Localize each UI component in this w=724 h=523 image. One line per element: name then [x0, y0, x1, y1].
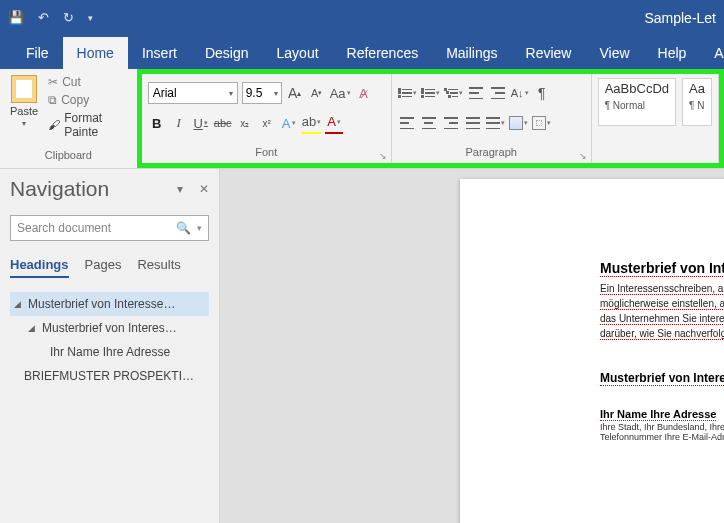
tab-layout[interactable]: Layout: [263, 37, 333, 69]
subscript-button[interactable]: x₂: [236, 112, 254, 134]
line-spacing-icon: [486, 117, 500, 129]
align-center-button[interactable]: [420, 112, 438, 134]
text-effects-button[interactable]: A: [280, 112, 298, 134]
align-right-button[interactable]: [442, 112, 460, 134]
tab-insert[interactable]: Insert: [128, 37, 191, 69]
shrink-font-icon: A: [311, 87, 318, 99]
tab-view[interactable]: View: [585, 37, 643, 69]
document-area[interactable]: Musterbrief von Intere Ein Interessenssc…: [220, 169, 724, 523]
tree-label: Musterbrief von Interesse…: [28, 297, 175, 311]
copy-button[interactable]: ⧉Copy: [48, 93, 131, 107]
copy-icon: ⧉: [48, 93, 57, 107]
chevron-down-icon: ▾: [274, 89, 278, 98]
tab-references[interactable]: References: [333, 37, 433, 69]
italic-button[interactable]: I: [170, 112, 188, 134]
font-size-value: 9.5: [246, 86, 263, 100]
numbering-icon: [421, 89, 435, 98]
chevron-down-icon: ▾: [22, 119, 26, 128]
nav-tab-pages[interactable]: Pages: [85, 257, 122, 278]
align-center-icon: [422, 117, 436, 129]
bold-button[interactable]: B: [148, 112, 166, 134]
bullets-icon: [398, 89, 412, 98]
brush-icon: 🖌: [48, 118, 60, 132]
font-name-value: Arial: [153, 86, 177, 100]
style-sample: Aa: [689, 81, 705, 96]
tab-design[interactable]: Design: [191, 37, 263, 69]
paragraph-dialog-launcher-icon[interactable]: ↘: [579, 151, 587, 161]
search-input[interactable]: Search document 🔍▾: [10, 215, 209, 241]
cut-label: Cut: [62, 75, 81, 89]
font-color-button[interactable]: A: [325, 112, 343, 134]
bullets-button[interactable]: [398, 82, 417, 104]
doc-line: Ihre Stadt, Ihr Bundesland, Ihre Postl: [600, 422, 724, 432]
tree-item-2[interactable]: ◢Musterbrief von Interes…: [10, 316, 209, 340]
tree-item-4[interactable]: BRIEFMUSTER PROSPEKTI…: [10, 364, 209, 388]
font-name-combo[interactable]: Arial▾: [148, 82, 238, 104]
justify-button[interactable]: [464, 112, 482, 134]
tab-mailings[interactable]: Mailings: [432, 37, 511, 69]
workspace: Navigation ▾ ✕ Search document 🔍▾ Headin…: [0, 169, 724, 523]
font-group: Arial▾ 9.5▾ A▴ A▾ Aa A̷ B I U abc x₂ x² …: [142, 74, 392, 163]
save-icon[interactable]: 💾: [8, 10, 24, 25]
tab-help[interactable]: Help: [644, 37, 701, 69]
document-title: Sample-Let: [644, 10, 716, 26]
shading-button[interactable]: [509, 112, 528, 134]
tab-review[interactable]: Review: [512, 37, 586, 69]
tab-file[interactable]: File: [12, 37, 63, 69]
navigation-tree: ◢Musterbrief von Interesse… ◢Musterbrief…: [10, 292, 209, 388]
navigation-pane: Navigation ▾ ✕ Search document 🔍▾ Headin…: [0, 169, 220, 523]
scissors-icon: ✂: [48, 75, 58, 89]
show-marks-button[interactable]: ¶: [533, 82, 551, 104]
highlighted-ribbon-section: Arial▾ 9.5▾ A▴ A▾ Aa A̷ B I U abc x₂ x² …: [137, 69, 724, 168]
paragraph-group: A↓ ¶ Paragraph ↘: [392, 74, 592, 163]
shrink-font-button[interactable]: A▾: [308, 82, 326, 104]
align-left-icon: [400, 117, 414, 129]
paste-button[interactable]: Paste ▾: [6, 73, 42, 139]
styles-group: AaBbCcDd ¶ Normal Aa ¶ N: [592, 74, 719, 163]
format-painter-button[interactable]: 🖌Format Painte: [48, 111, 131, 139]
paragraph-group-label: Paragraph: [398, 146, 585, 161]
tree-item-3[interactable]: Ihr Name Ihre Adresse: [10, 340, 209, 364]
superscript-button[interactable]: x²: [258, 112, 276, 134]
undo-icon[interactable]: ↶: [38, 10, 49, 25]
style-normal[interactable]: AaBbCcDd ¶ Normal: [598, 78, 676, 126]
redo-icon[interactable]: ↻: [63, 10, 74, 25]
change-case-button[interactable]: Aa: [330, 82, 351, 104]
numbering-button[interactable]: [421, 82, 440, 104]
ribbon-tabs: File Home Insert Design Layout Reference…: [0, 35, 724, 69]
collapse-icon: ◢: [28, 323, 38, 333]
decrease-indent-button[interactable]: [467, 82, 485, 104]
grow-font-button[interactable]: A▴: [286, 82, 304, 104]
font-dialog-launcher-icon[interactable]: ↘: [379, 151, 387, 161]
strikethrough-button[interactable]: abc: [214, 112, 232, 134]
cut-button[interactable]: ✂Cut: [48, 75, 131, 89]
paste-icon: [11, 75, 37, 103]
tree-item-1[interactable]: ◢Musterbrief von Interesse…: [10, 292, 209, 316]
dropdown-icon[interactable]: ▾: [177, 182, 183, 196]
document-page: Musterbrief von Intere Ein Interessenssc…: [460, 179, 724, 523]
multilevel-list-button[interactable]: [444, 82, 463, 104]
align-left-button[interactable]: [398, 112, 416, 134]
clear-formatting-button[interactable]: A̷: [355, 82, 373, 104]
borders-button[interactable]: [532, 112, 551, 134]
doc-heading-3: Ihr Name Ihre Adresse: [600, 408, 716, 421]
increase-indent-button[interactable]: [489, 82, 507, 104]
chevron-down-icon: ▾: [197, 223, 202, 233]
nav-tab-headings[interactable]: Headings: [10, 257, 69, 278]
style-item-2[interactable]: Aa ¶ N: [682, 78, 712, 126]
close-icon[interactable]: ✕: [199, 182, 209, 196]
indent-icon: [491, 87, 505, 99]
qat-customize-icon[interactable]: ▾: [88, 13, 93, 23]
sort-button[interactable]: A↓: [511, 82, 529, 104]
font-group-label: Font: [148, 146, 385, 161]
chevron-down-icon: ▾: [229, 89, 233, 98]
highlight-color-button[interactable]: ab: [302, 112, 321, 134]
line-spacing-button[interactable]: [486, 112, 505, 134]
underline-button[interactable]: U: [192, 112, 210, 134]
tab-acrobat[interactable]: Acrobat: [700, 37, 724, 69]
tab-home[interactable]: Home: [63, 37, 128, 69]
search-placeholder: Search document: [17, 221, 111, 235]
font-size-combo[interactable]: 9.5▾: [242, 82, 282, 104]
nav-tab-results[interactable]: Results: [137, 257, 180, 278]
doc-line: Telefonnummer Ihre E-Mail-Adresse: [600, 432, 724, 442]
